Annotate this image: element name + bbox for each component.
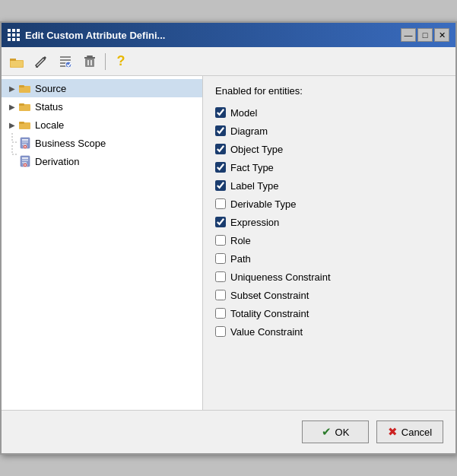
tree-item-locale[interactable]: ▶ Locale (2, 116, 202, 134)
checkbox-path[interactable] (215, 253, 226, 264)
svg-rect-32 (22, 160, 28, 161)
app-icon (8, 29, 21, 42)
checkbox-row-totality-constraint: Totality Constraint (215, 305, 443, 322)
tree-item-derivation[interactable]: · Derivation (2, 152, 202, 170)
records-icon (59, 55, 72, 68)
svg-rect-25 (22, 141, 28, 143)
checkbox-label-type[interactable] (215, 180, 226, 191)
tree-label-source: Source (35, 83, 66, 94)
checkbox-label-path: Path (230, 253, 251, 265)
folder-open-icon (9, 55, 24, 68)
edit-button[interactable] (30, 52, 52, 71)
title-controls: — □ ✕ (401, 28, 449, 42)
title-bar: Edit Custom Attribute Defini... — □ ✕ (2, 23, 455, 47)
checkbox-subset-constraint[interactable] (215, 290, 226, 300)
help-icon: ? (117, 53, 125, 69)
checkbox-label-expression: Expression (230, 217, 279, 228)
checkbox-label-value-constraint: Value Constraint (230, 326, 303, 338)
checkbox-row-subset-constraint: Subset Constraint (215, 287, 443, 303)
toolbar: ? (2, 47, 455, 76)
checkbox-row-expression: Expression (215, 214, 443, 230)
records-button[interactable] (55, 52, 76, 71)
expander-locale[interactable]: ▶ (6, 119, 18, 131)
cancel-button[interactable]: ✖ Cancel (376, 420, 443, 443)
ok-button[interactable]: ✔ OK (302, 420, 369, 443)
tree-label-derivation: Derivation (35, 156, 80, 167)
checkbox-row-object-type: Object Type (215, 141, 443, 157)
close-button[interactable]: ✕ (434, 28, 449, 42)
checkbox-totality-constraint[interactable] (215, 308, 226, 319)
toolbar-separator (105, 53, 106, 70)
footer: ✔ OK ✖ Cancel (2, 411, 455, 453)
svg-rect-18 (19, 103, 24, 106)
svg-rect-11 (84, 57, 95, 59)
checkbox-derivable-type[interactable] (215, 198, 226, 209)
svg-rect-31 (22, 157, 28, 159)
checkbox-label-totality-constraint: Totality Constraint (230, 308, 309, 319)
tree-item-status[interactable]: ▶ Status (2, 97, 202, 116)
checkbox-label-uniqueness-constraint: Uniqueness Constraint (230, 271, 331, 283)
checkbox-label-derivable-type: Derivable Type (230, 198, 296, 210)
checkbox-row-value-constraint: Value Constraint (215, 323, 443, 340)
details-panel: Enabled for entities: ModelDiagramObject… (203, 76, 455, 410)
checkbox-value-constraint[interactable] (215, 326, 226, 337)
checkbox-row-fact-type: Fact Type (215, 159, 443, 176)
ok-icon: ✔ (322, 425, 332, 439)
checkbox-expression[interactable] (215, 217, 226, 227)
cancel-icon: ✖ (388, 425, 398, 439)
svg-rect-6 (60, 59, 71, 61)
expander-source[interactable]: ▶ (6, 82, 18, 94)
checkbox-label-object-type: Object Type (230, 144, 283, 155)
checkbox-model[interactable] (215, 107, 226, 118)
checkbox-row-role: Role (215, 232, 443, 249)
delete-icon (83, 55, 97, 68)
title-bar-left: Edit Custom Attribute Defini... (8, 29, 165, 42)
folder-icon-source (18, 81, 32, 95)
svg-rect-26 (22, 144, 27, 145)
checkbox-row-path: Path (215, 250, 443, 267)
window-title: Edit Custom Attribute Defini... (25, 30, 165, 41)
checkbox-row-model: Model (215, 104, 443, 121)
cancel-label: Cancel (401, 427, 432, 438)
svg-rect-10 (87, 56, 93, 57)
checkbox-fact-type[interactable] (215, 162, 226, 173)
tree-item-business-scope[interactable]: · Business Scop (2, 134, 202, 152)
tree-item-source[interactable]: ▶ Source (2, 79, 202, 97)
open-folder-button[interactable] (6, 52, 27, 71)
svg-rect-16 (19, 85, 24, 87)
svg-rect-2 (10, 59, 16, 61)
delete-button[interactable] (79, 52, 100, 71)
checkbox-label-subset-constraint: Subset Constraint (230, 290, 309, 301)
tree-label-locale: Locale (35, 119, 64, 131)
expander-status[interactable]: ▶ (6, 100, 18, 113)
folder-icon-locale (18, 118, 32, 132)
checkbox-row-uniqueness-constraint: Uniqueness Constraint (215, 268, 443, 285)
checkbox-label-fact-type: Fact Type (230, 162, 274, 173)
checkbox-label-model: Model (230, 107, 257, 119)
checkbox-diagram[interactable] (215, 125, 226, 136)
enabled-for-entities-label: Enabled for entities: (215, 85, 443, 97)
checkbox-row-derivable-type: Derivable Type (215, 195, 443, 212)
checkbox-row-diagram: Diagram (215, 122, 443, 139)
ok-label: OK (335, 427, 350, 438)
minimize-button[interactable]: — (401, 28, 416, 42)
checkbox-list: ModelDiagramObject TypeFact TypeLabel Ty… (215, 104, 443, 340)
checkbox-row-label-type: Label Type (215, 177, 443, 194)
checkbox-label-diagram: Diagram (230, 125, 268, 137)
checkbox-object-type[interactable] (215, 144, 226, 154)
svg-rect-3 (11, 61, 23, 67)
checkbox-label-role: Role (230, 235, 251, 246)
checkbox-role[interactable] (215, 235, 226, 246)
tree-label-business-scope: Business Scope (35, 138, 106, 149)
svg-rect-24 (22, 139, 28, 141)
main-window: Edit Custom Attribute Defini... — □ ✕ (0, 21, 457, 455)
help-button[interactable]: ? (110, 52, 132, 71)
maximize-button[interactable]: □ (417, 28, 433, 42)
attribute-icon-derivation (18, 154, 32, 168)
svg-rect-12 (85, 59, 94, 67)
checkbox-uniqueness-constraint[interactable] (215, 271, 226, 282)
attribute-icon-business-scope (18, 136, 32, 150)
svg-rect-20 (19, 122, 24, 124)
edit-icon (34, 55, 48, 68)
checkbox-label-label-type: Label Type (230, 180, 278, 192)
